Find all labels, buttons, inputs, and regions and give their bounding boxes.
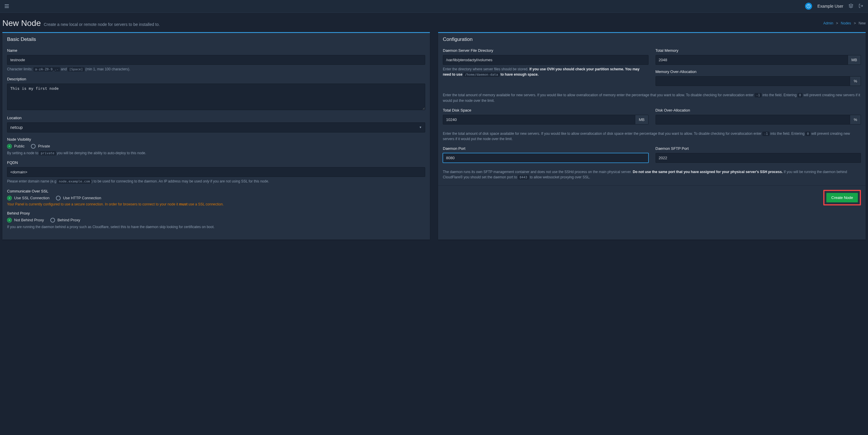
chevron-down-icon: ▼ <box>419 126 422 129</box>
layers-icon[interactable] <box>848 3 853 9</box>
location-select[interactable]: netcup ▼ <box>7 122 425 132</box>
create-button-highlight: Create Node <box>823 190 861 206</box>
sftp-help: The daemon runs its own SFTP management … <box>443 169 861 180</box>
radio-icon <box>50 218 55 222</box>
proxy-help: If you are running the daemon behind a p… <box>7 224 425 229</box>
ssl-use-radio[interactable]: Use SSL Connection <box>7 196 50 200</box>
ssl-label: Communicate Over SSL <box>7 189 425 193</box>
breadcrumb-admin[interactable]: Admin <box>823 21 833 25</box>
location-label: Location <box>7 116 425 120</box>
name-input[interactable] <box>7 55 425 65</box>
config-panel-title: Configuration <box>438 33 866 46</box>
basic-panel-title: Basic Details <box>2 33 430 46</box>
breadcrumb-current: New <box>859 21 866 25</box>
disk-unit: MB <box>635 115 649 124</box>
fqdn-label: FQDN <box>7 160 425 165</box>
visibility-private-radio[interactable]: Private <box>31 144 50 149</box>
menu-toggle-icon[interactable] <box>5 3 10 9</box>
radio-icon <box>7 218 12 222</box>
page-subtitle: Create a new local or remote node for se… <box>44 22 160 27</box>
avatar[interactable] <box>805 3 812 10</box>
memory-over-input[interactable] <box>656 76 850 86</box>
topbar-right: Example User <box>805 3 863 10</box>
visibility-public-radio[interactable]: Public <box>7 144 24 149</box>
disk-help: Enter the total amount of disk space ava… <box>443 131 861 142</box>
percent-unit: % <box>850 76 861 86</box>
radio-icon <box>7 144 12 149</box>
daemon-port-input[interactable] <box>443 153 649 163</box>
breadcrumb: Admin > Nodes > New <box>823 21 866 25</box>
disk-label: Total Disk Space <box>443 108 649 113</box>
name-help: Character limits: a-zA-Z0-9_.- and [Spac… <box>7 66 425 72</box>
create-node-button[interactable]: Create Node <box>826 193 858 203</box>
memory-help: Enter the total amount of memory availab… <box>443 92 861 103</box>
svg-marker-1 <box>849 4 853 6</box>
memory-input[interactable] <box>656 55 848 65</box>
logout-icon[interactable] <box>859 3 863 9</box>
description-textarea[interactable]: This is my first node <box>7 84 425 110</box>
ssl-warning: Your Panel is currently configured to us… <box>7 202 425 206</box>
username[interactable]: Example User <box>817 4 843 8</box>
page-title: New Node <box>2 19 41 28</box>
topbar: Example User <box>0 0 868 13</box>
percent-unit: % <box>850 115 861 124</box>
dir-input[interactable] <box>443 55 649 65</box>
description-label: Description <box>7 77 425 81</box>
dir-label: Daemon Server File Directory <box>443 48 649 53</box>
fqdn-input[interactable] <box>7 167 425 177</box>
breadcrumb-nodes[interactable]: Nodes <box>841 21 851 25</box>
sftp-port-label: Daemon SFTP Port <box>656 146 861 151</box>
dir-help: Enter the directory where server files s… <box>443 66 649 77</box>
disk-over-input[interactable] <box>656 115 850 124</box>
page-header: New Node Create a new local or remote no… <box>2 16 866 32</box>
radio-icon <box>7 196 12 200</box>
memory-over-label: Memory Over-Allocation <box>656 69 861 74</box>
sftp-port-input[interactable] <box>656 153 861 163</box>
disk-input[interactable] <box>443 115 635 124</box>
visibility-label: Node Visibility <box>7 137 425 142</box>
disk-over-label: Disk Over-Allocation <box>656 108 861 113</box>
memory-label: Total Memory <box>656 48 861 53</box>
fqdn-help: Please enter domain name (e.g node.examp… <box>7 179 425 184</box>
ssl-http-radio[interactable]: Use HTTP Connection <box>56 196 101 200</box>
memory-unit: MB <box>848 55 861 65</box>
daemon-port-label: Daemon Port <box>443 146 649 151</box>
name-label: Name <box>7 48 425 53</box>
basic-details-panel: Basic Details Name Character limits: a-z… <box>2 32 430 240</box>
configuration-panel: Configuration Daemon Server File Directo… <box>438 32 866 240</box>
radio-icon <box>56 196 61 200</box>
radio-icon <box>31 144 36 149</box>
location-value: netcup <box>10 125 23 130</box>
proxy-yes-radio[interactable]: Behind Proxy <box>50 218 80 222</box>
proxy-not-radio[interactable]: Not Behind Proxy <box>7 218 44 222</box>
visibility-help: By setting a node to private you will be… <box>7 150 425 156</box>
proxy-label: Behind Proxy <box>7 211 425 215</box>
